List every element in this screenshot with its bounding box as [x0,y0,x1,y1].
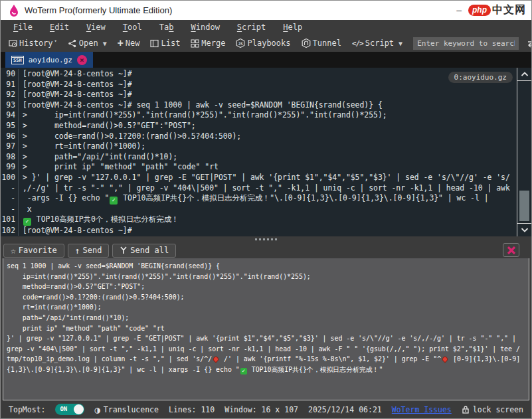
pin-emoji-icon [441,356,448,363]
list-button[interactable]: List [146,37,184,49]
toolbar: History ▾ Open ▼ + New List [1,35,531,52]
php-cn-brand: php 中文网 [468,3,526,17]
menu-window[interactable]: Window [182,21,228,33]
send-label: Send [82,246,102,255]
editor-line: code=rand()>0.1?200:(rand()>0.5?404:500)… [7,292,529,303]
new-button[interactable]: + New [114,36,144,50]
terminal-scrollbar[interactable] [517,68,531,236]
terminal-row: 92[root@VM-24-8-centos ~]# [1,90,515,100]
titlebar: WoTerm Pro(formerly Ultimate Edition) — … [1,1,531,20]
lock-screen-button[interactable]: lock screen [462,405,523,414]
minimize-button[interactable]: — [450,5,468,15]
command-editor[interactable]: seq 1 1000 | awk -v seed=$RANDOM 'BEGIN{… [3,258,529,400]
session-overlay-badge: 0:aoyiduo.gz [448,72,513,83]
php-logo-icon: php [468,5,491,16]
menu-help[interactable]: Help [274,21,311,33]
open-caret-icon[interactable]: ▼ [103,40,107,47]
favorite-button[interactable]: ☆ Favorite [3,244,64,258]
terminal-row: 98> path="/api/"int(rand()*10); [1,152,515,163]
tunnel-label: Tunnel [313,39,341,48]
menu-file[interactable]: File [5,21,41,33]
merge-button[interactable]: Merge [187,37,229,49]
app-logo-icon [7,4,21,17]
window-title: WoTerm Pro(formerly Ultimate Edition) [25,5,172,15]
terminal-row: 100> }' | grep -v "127.0.0.1" | grep -E … [1,173,515,183]
scroll-up-button[interactable] [517,68,531,81]
open-label: Open [79,39,98,48]
pin-emoji-icon [212,356,219,363]
terminal-row: 96> code=rand()>0.1?200:(rand()>0.5?404:… [1,131,515,142]
send-arrow-icon: ↑ [75,246,80,255]
app-window: WoTerm Pro(formerly Ultimate Edition) — … [0,0,532,419]
playbooks-button[interactable]: JS Playbooks [232,37,294,49]
panel-close-button[interactable] [503,243,519,257]
terminal[interactable]: 90[root@VM-24-8-centos ~]#91[root@VM-24-… [1,68,531,236]
send-all-button[interactable]: Send all [112,244,176,258]
search-input[interactable] [413,37,519,50]
menu-tool[interactable]: Tool [114,21,151,33]
terminal-row: -,/-/g' | tr -s "-" "," | grep -v "404\|… [1,183,515,194]
check-emoji-icon: ✓ [23,218,31,226]
terminal-row: - x [1,205,515,215]
scroll-down-button[interactable] [517,223,531,236]
toggle-knob [74,404,84,414]
brand-cn-text: 中文网 [492,3,526,17]
menu-edit[interactable]: Edit [41,21,78,33]
star-icon: ☆ [11,246,16,255]
chevron-down-icon [521,228,529,232]
toolbar-right-icons: + [527,37,532,49]
panel-header: ☆ Favorite ↑ Send Send all [1,242,531,258]
editor-line: seq 1 1000 | awk -v seed=$RANDOM 'BEGIN{… [7,261,529,272]
translucence-control[interactable]: ◑ Translucence [94,404,159,415]
editor-line: path="/api/"int(rand()*10); [7,313,529,323]
menu-view[interactable]: View [78,21,114,33]
playbooks-label: Playbooks [247,39,290,48]
editor-line: method=rand()>0.5?"GET":"POST"; [7,282,529,292]
topmost-toggle[interactable]: ON [55,404,84,415]
tab-aoyiduo[interactable]: SSH aoyiduo.gz × [5,52,93,68]
statusbar: TopMost: ON ◑ Translucence Lines: 110 Wi… [1,400,531,418]
close-x-icon [507,246,516,254]
panel-lines: seq 1 1000 | awk -v seed=$RANDOM 'BEGIN{… [3,258,529,375]
history-caret-icon: ▾ [54,39,57,44]
list-icon [150,39,159,48]
open-button[interactable]: Open ▼ [64,37,111,49]
terminal-row: 91[root@VM-24-8-centos ~]# [1,80,515,90]
editor-line: tmp/top10_ip_demo.log | column -t -s ","… [7,354,529,365]
editor-line: {1,3}\.[0-9]{1,3}\.[0-9]{1,3}" | wc -l |… [7,365,529,375]
terminal-row: 94> ip=int(rand()*255)"."int(rand()*255)… [1,110,515,121]
playbooks-js-icon: JS [236,39,245,48]
check-emoji-icon: ✓ [110,197,118,205]
history-button[interactable]: History ▾ [5,37,61,49]
woterm-issues-link[interactable]: WoTerm Issues [392,405,452,414]
window-size-status: Window: 16 x 107 [224,405,298,414]
favorite-label: Favorite [19,246,57,255]
terminal-row: 95> method=rand()>0.5?"GET":"POST"; [1,121,515,131]
menu-script[interactable]: Script [228,21,274,33]
terminal-rows: 90[root@VM-24-8-centos ~]#91[root@VM-24-… [1,69,515,236]
swap-icon[interactable] [527,39,532,48]
new-label: New [126,39,140,48]
new-plus-icon: + [118,37,124,49]
editor-line: print ip" "method" "path" "code" "rt [7,323,529,334]
editor-line: grep -v "404\|500" | sort -t "," -k1,1 |… [7,344,529,355]
script-button[interactable]: </> Script ▼ [348,37,406,49]
send-all-label: Send all [130,246,169,255]
history-icon [9,39,17,48]
script-label: Script [365,39,394,48]
splitter-handle[interactable] [1,236,531,242]
merge-icon [191,39,199,48]
menu-tab[interactable]: Tab [151,21,183,33]
editor-line: }' | grep -v "127.0.0.1" | grep -E "GET|… [7,333,529,344]
terminal-row: - -args -I {} echo "✓ TOP10高频IP共{}个，模拟日志… [1,193,515,205]
terminal-row: 101✓ TOP10高频IP共0个，模拟日志分析完成！ [1,214,515,226]
tunnel-button[interactable]: Tunnel [298,37,345,49]
history-label: History [19,39,53,48]
menubar: FileEditViewToolTabWindowScriptHelp [1,20,531,35]
scrollbar-thumb[interactable] [519,191,529,221]
send-all-branch-icon [120,246,128,254]
send-button[interactable]: ↑ Send [68,244,110,258]
tab-close-button[interactable]: × [77,55,87,65]
terminal-row: 90[root@VM-24-8-centos ~]# [1,69,515,80]
script-caret-icon[interactable]: ▼ [399,40,402,47]
